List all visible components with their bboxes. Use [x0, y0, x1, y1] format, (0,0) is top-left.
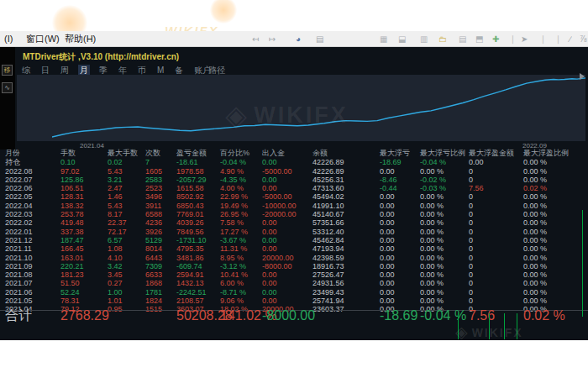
value-cell: -0.02 %: [420, 176, 469, 184]
table-row[interactable]: 2021.0652.241.001781-2242.51-8.71 %0.002…: [0, 288, 588, 297]
value-cell: 0.00: [262, 176, 312, 184]
month-cell: 2022.05: [5, 192, 60, 201]
cursor-icon[interactable]: ➤: [521, 33, 528, 45]
value-cell: 4236: [145, 218, 176, 227]
value-cell: -4.35 %: [220, 176, 262, 184]
arrow-right-icon[interactable]: ↦: [269, 33, 276, 45]
month-cell: 2022.04: [5, 202, 60, 210]
value-cell: 0: [469, 288, 523, 297]
value-cell: 53312.40: [312, 228, 380, 236]
table-row[interactable]: 2022.05128.311.4634968502.9222.99 %-5000…: [0, 192, 588, 201]
value-cell: 0.00 %: [420, 228, 469, 236]
value-cell: 0.00 %: [523, 202, 588, 210]
value-cell: [145, 312, 176, 320]
table-row[interactable]: 2022.02419.4822.3742364039.267.58 %0.005…: [0, 218, 588, 227]
value-cell: 0.00: [262, 270, 312, 279]
monthly-stats-table: 月份手数最大手数次数盈亏金额百分比%出入金余额最大浮亏最大浮亏比例最大浮盈金额最…: [0, 149, 588, 314]
list-icon[interactable]: ▥: [420, 33, 428, 45]
grid-icon[interactable]: ▦: [380, 33, 387, 45]
table-row[interactable]: 2022.03253.788.1765887769.0126.95 %-2000…: [0, 210, 588, 218]
value-cell: 0.00 %: [420, 218, 469, 227]
value-cell: 6.57: [108, 236, 145, 244]
table-row[interactable]: 2022.04138.325.4339116850.4319.49 %-1000…: [0, 202, 588, 210]
menu-item[interactable]: 帮助(H): [62, 33, 98, 45]
table-row[interactable]: 2021.0578.311.0118242108.579.06 %0.00257…: [0, 297, 588, 305]
value-cell: 0.00 %: [523, 279, 588, 287]
table-row[interactable]: 2022.0897.025.4316051978.584.90 %-5000.0…: [0, 167, 588, 176]
folder-icon[interactable]: 🗀: [438, 33, 447, 45]
total-data-row[interactable]: 合计2768.2950208.28141.02 %-8000.00-18.69-…: [0, 312, 588, 320]
value-cell: 0.00: [380, 288, 420, 297]
column-header: 最大手数: [108, 149, 145, 157]
table-row[interactable]: 2021.11166.451.0880144795.3511.31 %0.004…: [0, 244, 588, 253]
table-row[interactable]: 2021.10163.014.1064433481.868.95 %20000.…: [0, 254, 588, 262]
month-cell: 2021.09: [5, 262, 60, 270]
table-row[interactable]: 2021.12187.476.575129-1731.10-3.67 %0.00…: [0, 236, 588, 244]
arrow-left-icon[interactable]: ↤: [252, 33, 259, 45]
table-row[interactable]: 2022.01337.3872.1739267849.5617.27 %0.00…: [0, 228, 588, 236]
value-cell: 3496: [145, 192, 176, 201]
chart-icon[interactable]: ◕: [296, 33, 301, 45]
value-cell: 3481.86: [176, 254, 220, 262]
value-cell: 0.00: [380, 192, 420, 201]
panel-icon[interactable]: ▤: [459, 33, 466, 45]
value-cell: 24931.56: [312, 279, 380, 287]
value-cell: 0.00 %: [420, 167, 469, 176]
menu-item[interactable]: 窗口(W): [24, 33, 62, 45]
wave-tool-icon[interactable]: ∿: [2, 82, 13, 93]
add-icon[interactable]: ✚: [492, 33, 499, 45]
value-cell: 17.27 %: [220, 228, 262, 236]
value-cell: 0.00 %: [523, 210, 588, 218]
value-cell: 3.42: [108, 262, 145, 270]
table-row[interactable]: 2022.06106.512.4725231615.584.00 %0.0047…: [0, 184, 588, 192]
document-icon[interactable]: ▤: [316, 33, 323, 45]
value-cell: 1781: [145, 288, 176, 297]
table-row[interactable]: 2022.07125.863.212583-2057.29-4.35 %0.00…: [0, 176, 588, 184]
month-cell: 2021.07: [5, 279, 60, 287]
value-cell: 0.00: [380, 228, 420, 236]
value-cell: 45256.31: [312, 176, 380, 184]
value-cell: 5.43: [108, 202, 145, 210]
value-cell: 0.00 %: [420, 236, 469, 244]
value-cell: 0.00 %: [523, 262, 588, 270]
table-row[interactable]: 2021.08181.233.4566332594.9110.41 %0.002…: [0, 270, 588, 279]
table-row[interactable]: 持仓0.100.027-18.61-0.04 %0.0042226.89-18.…: [0, 158, 588, 166]
value-cell: 0.00: [380, 262, 420, 270]
month-cell: 2021.12: [5, 236, 60, 244]
move-tool-icon[interactable]: 移: [2, 65, 13, 76]
value-cell: 5.43: [108, 167, 145, 176]
value-cell: 42226.89: [312, 158, 380, 166]
layout-icon[interactable]: ⬒: [475, 33, 483, 45]
equity-curve-chart: ◈ WIKIFX: [17, 75, 585, 141]
value-cell: 45462.84: [312, 236, 380, 244]
value-cell: 0.00 %: [420, 254, 469, 262]
value-cell: 57351.66: [312, 218, 380, 227]
line-tool-icon[interactable]: ∕: [570, 33, 571, 45]
separator-icon[interactable]: ❘: [554, 33, 561, 45]
value-cell: 0.00: [380, 210, 420, 218]
value-cell: 0.00: [262, 158, 312, 166]
value-cell: 163.01: [60, 254, 108, 262]
mtdriver-stats-window: ─ MTDriver统计 ,V3.10 (http://mtdriver.cn)…: [0, 47, 588, 340]
value-cell: 0.00: [262, 184, 312, 192]
value-cell: 78.31: [60, 297, 108, 305]
value-cell: 1868: [145, 279, 176, 287]
value-cell: -0.04 %: [420, 312, 469, 320]
menu-item[interactable]: (I): [2, 33, 15, 45]
table-row[interactable]: 2021.0751.500.2718681432.136.00 %0.00249…: [0, 279, 588, 287]
fraction-icon[interactable]: ⅞: [580, 33, 586, 45]
value-cell: -0.04 %: [420, 158, 469, 166]
watermark-logo-blur: [210, 0, 237, 24]
table-row[interactable]: 2021.09220.213.427309-609.74-3.12 %-8000…: [0, 262, 588, 270]
total-row: 合计2768.2950208.28141.02 %-8000.00-18.69-…: [0, 312, 588, 320]
window-icon[interactable]: ⬓: [398, 33, 406, 45]
value-cell: 0: [469, 192, 523, 201]
value-cell: 1.08: [108, 244, 145, 253]
column-header: 最大浮亏: [380, 149, 420, 157]
separator-icon[interactable]: ❘: [539, 33, 546, 45]
value-cell: 22.37: [108, 218, 145, 227]
value-cell: -2057.29: [176, 176, 220, 184]
value-cell: 0: [469, 262, 523, 270]
chart-cursor-arrow-icon[interactable]: [580, 73, 585, 80]
separator-icon[interactable]: ❘: [509, 33, 516, 45]
